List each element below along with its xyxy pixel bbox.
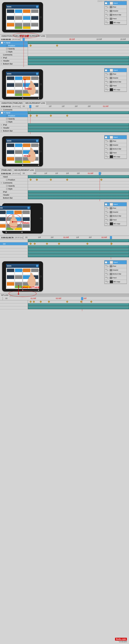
content-tile[interactable]: [7, 83, 14, 89]
content-tile[interactable]: [7, 23, 14, 29]
resize-handle-icon[interactable]: [38, 98, 39, 99]
home-button-icon[interactable]: [40, 218, 42, 219]
timeline-track[interactable]: [28, 44, 129, 47]
timeline-track[interactable]: [28, 254, 129, 257]
timeline-tab[interactable]: MEASUREMENT LOG: [13, 169, 35, 172]
visibility-icon[interactable]: 👁: [105, 81, 107, 83]
content-tile[interactable]: [7, 268, 14, 275]
layer-row-bottom-bar[interactable]: 👁 ▷ Bottom Bar: [105, 147, 127, 151]
keyframe-icon[interactable]: [66, 179, 68, 181]
content-tile[interactable]: [0, 224, 6, 230]
header-button[interactable]: [36, 73, 38, 75]
keyframe-icon[interactable]: [66, 115, 68, 117]
resize-handle-icon[interactable]: [38, 290, 39, 291]
layer-row-hand[interactable]: 👁 ▷ Hand: [105, 202, 127, 206]
content-tile[interactable]: [7, 16, 14, 22]
visibility-icon[interactable]: 👁: [105, 223, 107, 225]
expand-arrow-icon[interactable]: ▷: [108, 204, 109, 205]
expand-arrow-icon[interactable]: ▷: [108, 223, 109, 225]
home-button-icon[interactable]: [40, 16, 42, 18]
timeline-track[interactable]: [28, 178, 129, 181]
timeline-row[interactable]: ▷ Bottom Bar: [0, 62, 129, 65]
expand-arrow-icon[interactable]: ▷: [108, 148, 109, 150]
content-tile[interactable]: [7, 150, 14, 156]
visibility-icon[interactable]: 👁: [105, 277, 107, 279]
expand-arrow-icon[interactable]: ▷: [108, 211, 109, 213]
layer-row-header[interactable]: 👁 ▷ Header: [105, 143, 127, 147]
stopwatch-icon[interactable]: [6, 51, 8, 52]
timeline-row[interactable]: [0, 248, 129, 252]
visibility-icon[interactable]: 👁: [105, 2, 107, 4]
expand-arrow-icon[interactable]: ▷: [108, 14, 109, 16]
timeline-row-label[interactable]: ▷ Comments: [0, 108, 28, 111]
timeline-track[interactable]: [28, 117, 129, 120]
timeline-track[interactable]: [28, 129, 129, 132]
timeline-row[interactable]: ▷ Comments: [0, 181, 129, 184]
content-tile[interactable]: [0, 217, 6, 223]
keyframe-icon[interactable]: [30, 179, 32, 181]
stopwatch-icon[interactable]: [6, 118, 8, 120]
expand-arrow-icon[interactable]: ▷: [108, 266, 109, 267]
resize-handle-icon[interactable]: [22, 144, 23, 146]
timeline-row[interactable]: Header: [0, 194, 129, 196]
layer-row-hand[interactable]: 👁 ▷ Hand: [105, 260, 127, 264]
resize-handle-icon[interactable]: [21, 232, 22, 233]
visibility-icon[interactable]: 👁: [105, 215, 107, 217]
stopwatch-icon[interactable]: [6, 48, 8, 50]
expand-arrow-icon[interactable]: ▷: [108, 22, 109, 24]
content-tile[interactable]: [23, 16, 30, 22]
expand-arrow-icon[interactable]: ▷: [108, 6, 109, 8]
timeline-row-label[interactable]: [0, 245, 28, 248]
keyframe-icon[interactable]: [46, 243, 48, 245]
layer-row-bg-copy[interactable]: 👁 ▷ BG copy: [105, 155, 127, 159]
expand-arrow-icon[interactable]: ▷: [108, 140, 109, 142]
playhead-icon[interactable]: [22, 38, 25, 41]
visibility-icon[interactable]: 👁: [105, 14, 107, 16]
timeline-track[interactable]: [28, 114, 129, 117]
timeline-row[interactable]: 👁 ▼ Hand: [0, 111, 129, 114]
expand-arrow-icon[interactable]: ▷: [108, 215, 109, 217]
timeline-track[interactable]: [28, 239, 129, 242]
timeline-row-label[interactable]: ▷ iPad: [0, 123, 28, 126]
layer-row-feed[interactable]: 👁 ▷ Feed: [105, 17, 127, 21]
timeline-row-label[interactable]: [0, 300, 28, 303]
visibility-icon[interactable]: 👁: [105, 269, 107, 271]
timeline-track[interactable]: [28, 175, 129, 178]
timeline-ruler[interactable]: 0005f10f15f20f25f01:00f05f: [20, 172, 129, 175]
timeline-row[interactable]: Position: [0, 114, 129, 117]
timeline-track[interactable]: [28, 300, 129, 303]
layer-row-feed[interactable]: 👁 ▷ Feed: [105, 218, 127, 222]
keyframe-icon[interactable]: [50, 179, 52, 181]
stopwatch-icon[interactable]: [6, 179, 8, 181]
content-tile[interactable]: [15, 83, 22, 89]
keyframe-icon[interactable]: [48, 301, 50, 303]
layer-row-ipad[interactable]: 👁 ▷ iPad: [105, 139, 127, 143]
current-time[interactable]: 0:00:01:08.79: [0, 236, 15, 239]
visibility-icon[interactable]: 👁: [105, 152, 107, 154]
layer-row-header[interactable]: 👁 ▷ Header: [105, 268, 127, 272]
visibility-icon[interactable]: 👁: [1, 112, 3, 114]
timeline-row-label[interactable]: Bottom Bar: [0, 196, 28, 199]
keyframe-icon[interactable]: [56, 45, 58, 47]
timeline-row-label[interactable]: Opacity: [0, 184, 28, 187]
timeline-row[interactable]: Style: [0, 187, 129, 190]
resize-handle-icon[interactable]: [5, 212, 7, 212]
content-tile[interactable]: [15, 76, 22, 82]
timeline-row[interactable]: [0, 252, 129, 254]
keyframe-icon[interactable]: [36, 115, 38, 117]
content-tile[interactable]: [15, 16, 22, 22]
home-button-icon[interactable]: [40, 84, 42, 85]
header-button[interactable]: [27, 207, 30, 209]
expand-arrow-icon[interactable]: ▷: [108, 262, 109, 263]
current-time[interactable]: 0:00:00:00: [0, 38, 12, 40]
content-tile[interactable]: [23, 23, 30, 29]
stopwatch-icon[interactable]: [6, 188, 8, 190]
layer-row-hand[interactable]: 👁 ▷ Hand: [105, 68, 127, 72]
expand-arrow-icon[interactable]: ▷: [108, 152, 109, 154]
expand-arrow-icon[interactable]: ▷: [108, 77, 109, 79]
timeline-row[interactable]: ▷ Header: [0, 126, 129, 129]
timeline-row[interactable]: ▷ Header: [0, 59, 129, 62]
timeline-row-label[interactable]: [0, 254, 28, 257]
visibility-icon[interactable]: 👁: [105, 261, 107, 264]
timeline-track[interactable]: [28, 306, 129, 309]
